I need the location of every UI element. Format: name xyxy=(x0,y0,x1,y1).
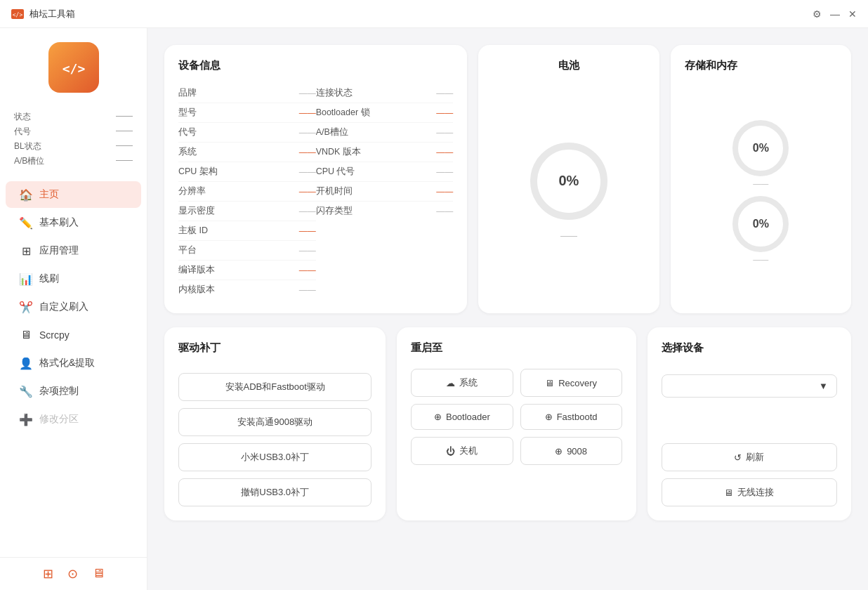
reboot-9008-btn[interactable]: ⊕ 9008 xyxy=(520,437,622,465)
status-row-bl: BL状态 —— xyxy=(14,139,133,154)
device-row-system: 系统 —— xyxy=(178,143,316,162)
status-row-codename: 代号 —— xyxy=(14,124,133,139)
install-qualcomm-btn[interactable]: 安装高通9008驱动 xyxy=(178,408,371,436)
device-row-vndk: VNDK 版本 —— xyxy=(316,143,454,162)
reboot-system-icon: ☁ xyxy=(446,378,455,388)
reboot-recovery-btn[interactable]: 🖥 Recovery xyxy=(520,369,622,397)
reboot-9008-icon: ⊕ xyxy=(555,446,563,457)
terminal-icon[interactable]: ⊞ xyxy=(43,566,53,582)
reboot-fastbootd-icon: ⊕ xyxy=(545,412,553,422)
titlebar: </> 柚坛工具箱 ⚙ — ✕ xyxy=(0,0,868,28)
refresh-icon: ↺ xyxy=(734,452,742,463)
battery-percent: 0% xyxy=(559,173,579,189)
select-device-title: 选择设备 xyxy=(662,341,837,355)
device-row-uptime: 开机时间 —— xyxy=(316,182,454,202)
svg-text:</>: </> xyxy=(62,61,85,76)
misc-icon: 🔧 xyxy=(20,385,32,398)
sidebar-label-scrcpy: Scrcpy xyxy=(39,329,70,341)
settings-icon[interactable]: ⚙ xyxy=(813,8,822,20)
device-row-buildver: 编译版本 —— xyxy=(178,261,316,280)
sidebar-item-scrcpy[interactable]: 🖥 Scrcpy xyxy=(6,322,141,348)
reboot-9008-label: 9008 xyxy=(567,446,587,457)
sidebar-item-format[interactable]: 👤 格式化&提取 xyxy=(6,350,141,376)
status-val-state: —— xyxy=(116,111,133,123)
sidebar-label-flash: 基本刷入 xyxy=(39,216,79,229)
device-row-kernel: 内核版本 —— xyxy=(178,280,316,299)
storage-circle-memory: 0% xyxy=(732,196,789,252)
device-icon[interactable]: 🖥 xyxy=(92,566,105,582)
device-dropdown[interactable]: ▼ xyxy=(662,374,837,398)
wireless-label: 无线连接 xyxy=(737,486,774,499)
content-area: 设备信息 品牌 —— 型号 —— 代号 xyxy=(147,28,868,590)
refresh-btn[interactable]: ↺ 刷新 xyxy=(662,443,837,471)
app-title: 柚坛工具箱 xyxy=(29,8,75,20)
device-row-connection: 连接状态 —— xyxy=(316,84,454,103)
status-label-state: 状态 xyxy=(14,111,31,123)
device-row-platform: 平台 —— xyxy=(178,241,316,261)
storage-items: 0% —— 0% —— xyxy=(685,84,837,299)
sidebar-label-misc: 杂项控制 xyxy=(39,385,79,398)
minimize-icon[interactable]: — xyxy=(830,8,840,20)
github-icon[interactable]: ⊙ xyxy=(67,566,78,582)
sidebar-label-appmanage: 应用管理 xyxy=(39,244,79,257)
sidebar-label-custom: 自定义刷入 xyxy=(39,301,88,313)
sidebar-item-misc[interactable]: 🔧 杂项控制 xyxy=(6,378,141,405)
sidebar-bottom: ⊞ ⊙ 🖥 xyxy=(0,557,147,590)
device-row-resolution: 分辨率 —— xyxy=(178,182,316,202)
app-icon: </> xyxy=(11,9,24,19)
reboot-grid: ☁ 系统 🖥 Recovery ⊕ Bootloader ⊕ Fastbootd xyxy=(411,369,622,465)
status-row-ab: A/B槽位 —— xyxy=(14,154,133,169)
sidebar-nav: 🏠 主页 ✏️ 基本刷入 ⊞ 应用管理 📊 线刷 ✂️ 自定义刷入 🖥 Scr xyxy=(0,180,147,557)
device-col-right: 连接状态 —— Bootloader 锁 —— A/B槽位 —— VNDK xyxy=(316,84,454,299)
battery-circle-container: 0% —— xyxy=(530,84,607,299)
status-label-codename: 代号 xyxy=(14,126,31,138)
top-cards-row: 设备信息 品牌 —— 型号 —— 代号 xyxy=(164,45,851,313)
reboot-system-label: 系统 xyxy=(459,376,478,389)
wireless-connect-btn[interactable]: 🖥 无线连接 xyxy=(662,478,837,506)
xiaomi-usb3-btn[interactable]: 小米USB3.0补丁 xyxy=(178,443,371,471)
home-icon: 🏠 xyxy=(20,188,32,201)
device-row-ab: A/B槽位 —— xyxy=(316,123,454,143)
device-row-cpuarch: CPU 架构 —— xyxy=(178,162,316,182)
sidebar-label-format: 格式化&提取 xyxy=(39,357,95,369)
sidebar-label-home: 主页 xyxy=(39,188,59,201)
sidebar-item-cable[interactable]: 📊 线刷 xyxy=(6,266,141,292)
select-actions: ↺ 刷新 🖥 无线连接 xyxy=(662,443,837,506)
reboot-system-btn[interactable]: ☁ 系统 xyxy=(411,369,513,397)
partition-icon: ➕ xyxy=(20,413,32,426)
reboot-bootloader-btn[interactable]: ⊕ Bootloader xyxy=(411,404,513,430)
sidebar-item-appmanage[interactable]: ⊞ 应用管理 xyxy=(6,237,141,264)
flash-icon: ✏️ xyxy=(20,216,32,229)
revoke-usb3-btn[interactable]: 撤销USB3.0补丁 xyxy=(178,478,371,506)
reboot-shutdown-btn[interactable]: ⏻ 关机 xyxy=(411,437,513,465)
battery-info: —— xyxy=(560,231,577,241)
device-col-left: 品牌 —— 型号 —— 代号 —— 系统 —— xyxy=(178,84,316,299)
sidebar-label-partition: 修改分区 xyxy=(39,413,79,426)
format-icon: 👤 xyxy=(20,357,32,369)
storage-item-disk: 0% —— xyxy=(685,120,837,188)
device-row-bllock: Bootloader 锁 —— xyxy=(316,103,454,123)
sidebar-item-home[interactable]: 🏠 主页 xyxy=(6,181,141,208)
status-val-codename: —— xyxy=(116,126,133,138)
reboot-recovery-label: Recovery xyxy=(558,378,597,388)
reboot-card: 重启至 ☁ 系统 🖥 Recovery ⊕ Bootloader xyxy=(397,327,636,520)
install-adb-fastboot-btn[interactable]: 安装ADB和Fastboot驱动 xyxy=(178,373,371,401)
reboot-fastbootd-label: Fastbootd xyxy=(557,412,598,422)
sidebar-item-custom[interactable]: ✂️ 自定义刷入 xyxy=(6,294,141,320)
device-info-grid: 品牌 —— 型号 —— 代号 —— 系统 —— xyxy=(178,84,453,299)
close-icon[interactable]: ✕ xyxy=(848,8,857,20)
sidebar: </> 状态 —— 代号 —— BL状态 —— A/B槽位 —— xyxy=(0,28,147,590)
sidebar-status: 状态 —— 代号 —— BL状态 —— A/B槽位 —— xyxy=(0,110,147,169)
storage-percent-memory: 0% xyxy=(753,218,769,230)
driver-patch-card: 驱动补丁 安装ADB和Fastboot驱动 安装高通9008驱动 小米USB3.… xyxy=(164,327,386,520)
select-device-card: 选择设备 ▼ ↺ 刷新 🖥 无线连接 xyxy=(647,327,851,520)
sidebar-item-flash[interactable]: ✏️ 基本刷入 xyxy=(6,209,141,236)
reboot-fastbootd-btn[interactable]: ⊕ Fastbootd xyxy=(520,404,622,430)
custom-icon: ✂️ xyxy=(20,301,32,313)
reboot-title: 重启至 xyxy=(411,341,622,355)
bottom-cards-row: 驱动补丁 安装ADB和Fastboot驱动 安装高通9008驱动 小米USB3.… xyxy=(164,327,851,520)
appmanage-icon: ⊞ xyxy=(20,244,32,257)
device-row-cpucode: CPU 代号 —— xyxy=(316,162,454,182)
sidebar-item-partition[interactable]: ➕ 修改分区 xyxy=(6,406,141,433)
sidebar-logo: </> xyxy=(0,42,147,93)
